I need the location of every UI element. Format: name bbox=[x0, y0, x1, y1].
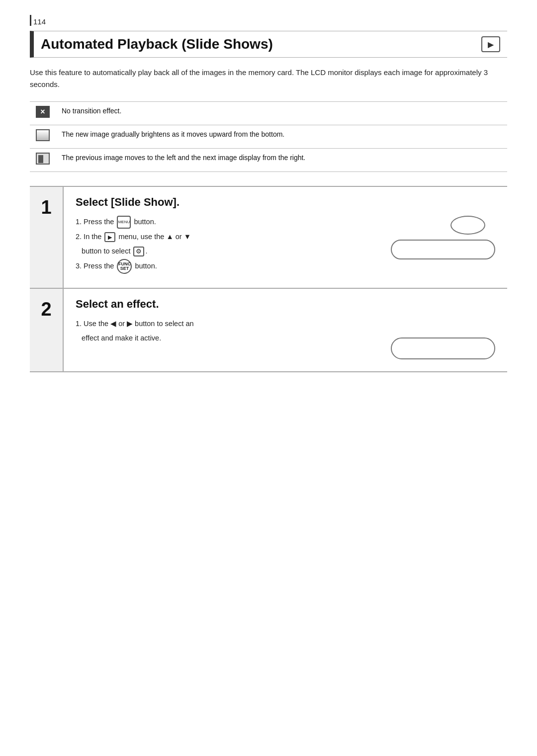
step-2-effect-diagram bbox=[391, 318, 495, 359]
step-1-body: 1. Press the MENU button. 2. In the ▶ me… bbox=[76, 216, 495, 276]
camera-body-rect bbox=[391, 240, 495, 259]
step-1-number-col: 1 bbox=[30, 187, 64, 288]
page-number: 114 bbox=[30, 15, 507, 26]
step-1-instruction-2b: button to select ⚙. bbox=[76, 245, 376, 257]
or-text: or bbox=[118, 320, 125, 328]
table-row: No transition effect. bbox=[30, 102, 507, 125]
slide-description: The previous image moves to the left and… bbox=[56, 149, 507, 172]
step-2-instruction-1b: effect and make it active. bbox=[76, 332, 376, 344]
page-title: Automated Playback (Slide Shows) bbox=[41, 36, 476, 52]
intro-text: Use this feature to automatically play b… bbox=[30, 67, 507, 90]
slide-icon bbox=[36, 153, 50, 165]
step-2-body: 1. Use the ◀ or ▶ button to select an ef… bbox=[76, 318, 495, 359]
playback-icon-label: ▶ bbox=[488, 40, 494, 49]
brighten-description: The new image gradually brightens as it … bbox=[56, 125, 507, 149]
menu-button-icon: MENU bbox=[117, 216, 131, 229]
step-1-number: 1 bbox=[41, 198, 51, 217]
brighten-icon bbox=[36, 129, 50, 141]
playback-menu-icon: ▶ bbox=[104, 232, 115, 242]
step-2-title: Select an effect. bbox=[76, 298, 495, 311]
step-2-number-col: 2 bbox=[30, 289, 64, 371]
table-row: The previous image moves to the left and… bbox=[30, 149, 507, 172]
step-1-camera-diagram bbox=[391, 216, 495, 259]
step-1-row: 1 Select [Slide Show]. 1. Press the MENU… bbox=[30, 187, 507, 289]
playback-mode-icon: ▶ bbox=[481, 36, 500, 52]
slideshow-select-icon: ⚙ bbox=[133, 247, 144, 256]
func-set-button-icon: FUNCSET bbox=[117, 259, 132, 274]
step-1-instruction-1: 1. Press the MENU button. bbox=[76, 216, 376, 229]
step-2-content: Select an effect. 1. Use the ◀ or ▶ butt… bbox=[64, 289, 507, 371]
step-1-content: Select [Slide Show]. 1. Press the MENU b… bbox=[64, 187, 507, 288]
step-1-instruction-2: 2. In the ▶ menu, use the ▲ or ▼ bbox=[76, 231, 376, 243]
transition-table: No transition effect. The new image grad… bbox=[30, 101, 507, 172]
step-1-instructions: 1. Press the MENU button. 2. In the ▶ me… bbox=[76, 216, 376, 276]
page-number-text: 114 bbox=[33, 17, 46, 26]
steps-container: 1 Select [Slide Show]. 1. Press the MENU… bbox=[30, 186, 507, 372]
no-effect-icon bbox=[36, 106, 50, 118]
step-1-title: Select [Slide Show]. bbox=[76, 196, 495, 209]
camera-top-shape bbox=[450, 216, 485, 235]
step-1-instruction-3: 3. Press the FUNCSET button. bbox=[76, 259, 376, 274]
title-section: Automated Playback (Slide Shows) ▶ bbox=[30, 31, 507, 58]
no-effect-description: No transition effect. bbox=[56, 102, 507, 125]
step-2-row: 2 Select an effect. 1. Use the ◀ or ▶ bu… bbox=[30, 289, 507, 372]
step-2-instruction-1: 1. Use the ◀ or ▶ button to select an bbox=[76, 318, 376, 330]
effect-select-rect bbox=[391, 337, 495, 359]
table-row: The new image gradually brightens as it … bbox=[30, 125, 507, 149]
step-2-instructions: 1. Use the ◀ or ▶ button to select an ef… bbox=[76, 318, 376, 346]
step-2-number: 2 bbox=[41, 300, 51, 319]
